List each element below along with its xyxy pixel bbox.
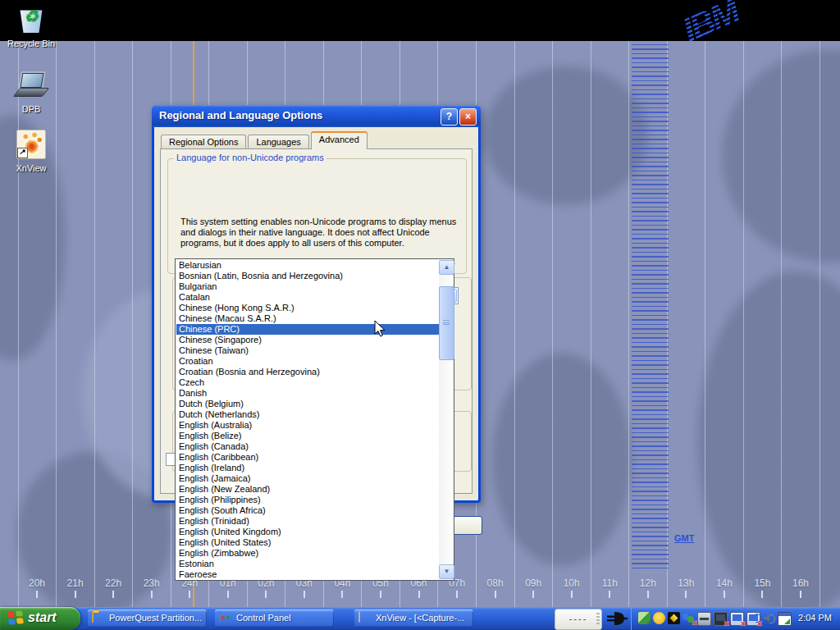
dialog-titlebar[interactable]: Regional and Language Options ? ×: [152, 105, 481, 127]
taskbar-button-xnview[interactable]: XnView - [<Capture-...: [354, 609, 473, 628]
language-option[interactable]: Dutch (Belgium): [176, 399, 440, 409]
timezone-label: 21h: [67, 578, 84, 589]
start-button[interactable]: start: [0, 607, 80, 630]
disabled-cross-badge: ×: [757, 619, 762, 628]
language-option[interactable]: English (Philippines): [176, 495, 440, 505]
timezone-label: 22h: [105, 578, 121, 589]
wallpaper-top-band: IBM: [0, 0, 840, 41]
language-option[interactable]: Chinese (Hong Kong S.A.R.): [176, 303, 440, 313]
timezone-label: 12h: [640, 578, 656, 589]
language-option[interactable]: English (New Zealand): [176, 484, 440, 495]
timezone-label: 23h: [144, 578, 160, 589]
language-option[interactable]: English (Trinidad): [176, 516, 440, 527]
timezone-tick: [685, 591, 687, 598]
tab-languages[interactable]: Languages: [248, 135, 308, 149]
list-scrollbar[interactable]: ▲ ▼: [439, 260, 453, 579]
language-option[interactable]: Croatian (Bosnia and Herzegovina): [176, 367, 440, 377]
battery-meter-deskband[interactable]: ----: [555, 609, 602, 630]
timezone-tick: [304, 591, 305, 598]
language-option[interactable]: English (United Kingdom): [176, 527, 440, 537]
timezone-tick: [75, 591, 76, 598]
language-option[interactable]: English (United States): [176, 537, 440, 548]
desktop-icon-xnview[interactable]: XnView: [0, 130, 62, 173]
audio-assistant-icon[interactable]: [653, 612, 665, 624]
dialog-title: Regional and Language Options: [159, 109, 322, 121]
language-options: BelarusianBosnian (Latin, Bosnia and Her…: [176, 260, 440, 580]
language-option[interactable]: English (Canada): [176, 441, 440, 452]
language-option[interactable]: Dutch (Netherlands): [176, 409, 440, 420]
xnview-icon: [16, 130, 46, 159]
recycle-bin-icon: ♻: [16, 5, 46, 34]
language-option[interactable]: English (Caribbean): [176, 452, 440, 463]
ibm-logo: IBM: [677, 0, 778, 41]
timezone-tick: [227, 591, 229, 598]
language-option[interactable]: Chinese (PRC): [176, 324, 440, 335]
offline-users-icon[interactable]: ×: [682, 612, 695, 624]
xnview-icon: [358, 611, 360, 623]
language-dropdown-list: BelarusianBosnian (Latin, Bosnia and Her…: [175, 258, 454, 581]
language-option[interactable]: Catalan: [176, 292, 440, 303]
language-option[interactable]: English (Ireland): [176, 463, 440, 473]
help-button[interactable]: ?: [441, 108, 458, 126]
task-button-label: XnView - [<Capture-...: [376, 613, 470, 623]
non-unicode-description: This system setting enables non-Unicode …: [180, 217, 463, 249]
language-option[interactable]: English (Zimbabwe): [176, 548, 440, 559]
language-option[interactable]: Chinese (Macau S.A.R.): [176, 313, 440, 324]
print-queue-icon[interactable]: [697, 612, 711, 626]
tab-regional-options[interactable]: Regional Options: [161, 135, 246, 149]
close-button[interactable]: ×: [459, 108, 477, 126]
language-option[interactable]: Bulgarian: [176, 281, 440, 292]
language-option[interactable]: English (Australia): [176, 420, 440, 431]
language-option[interactable]: Chinese (Taiwan): [176, 345, 440, 356]
ibm-logo-stripes: [677, 0, 778, 41]
power-meter-icon[interactable]: [668, 612, 680, 624]
laptop-base: [13, 88, 50, 97]
taskbar-button-powerquest[interactable]: PowerQuest Partition...: [88, 609, 207, 628]
timezone-label: 08h: [487, 578, 504, 589]
language-option[interactable]: Faeroese: [176, 569, 440, 580]
timezone-tick: [532, 591, 534, 598]
tray-icon-strip: ××××: [638, 612, 792, 626]
desktop-icon-recycle-bin[interactable]: ♻ Recycle Bin: [0, 5, 62, 48]
scroll-up-button[interactable]: ▲: [439, 260, 454, 275]
volume-icon[interactable]: [763, 612, 775, 624]
scroll-down-button[interactable]: ▼: [439, 564, 454, 579]
language-option[interactable]: Estonian: [176, 559, 440, 569]
timezone-tick: [36, 591, 38, 598]
timezone-tick: [341, 591, 343, 598]
language-option[interactable]: English (Jamaica): [176, 473, 440, 484]
laptop-icon: [13, 71, 49, 100]
timezone-label: 11h: [602, 578, 618, 589]
timezone-tick: [265, 591, 267, 598]
disabled-cross-badge: ×: [724, 619, 729, 628]
tab-advanced[interactable]: Advanced: [311, 131, 368, 149]
language-option[interactable]: Chinese (Singapore): [176, 335, 440, 345]
language-option[interactable]: Croatian: [176, 356, 440, 367]
cpu-speedstep-icon[interactable]: [638, 612, 651, 624]
scrollbar-thumb[interactable]: [439, 286, 454, 360]
language-option[interactable]: Belarusian: [176, 260, 440, 271]
timezone-tick: [189, 591, 190, 598]
timezone-tick: [800, 591, 801, 598]
taskbar-clock[interactable]: 2:04 PM: [798, 613, 832, 623]
taskbar-button-control-panel[interactable]: Control Panel: [215, 609, 334, 628]
network-disconnected-icon[interactable]: ×: [730, 612, 744, 626]
language-option[interactable]: English (Belize): [176, 431, 440, 441]
icon-label: DPB: [0, 104, 62, 114]
timezone-tick: [456, 591, 458, 598]
wireless-disconnected-icon[interactable]: ×: [746, 612, 760, 626]
language-option[interactable]: Danish: [176, 388, 440, 399]
display-adapter-icon[interactable]: ×: [714, 612, 728, 626]
laptop-screen: [18, 71, 45, 89]
language-option[interactable]: Bosnian (Latin, Bosnia and Herzegovina): [176, 271, 440, 281]
dialog-tabs: Regional OptionsLanguagesAdvanced: [161, 133, 369, 149]
timezone-tick: [418, 591, 420, 598]
icon-label: XnView: [0, 163, 62, 173]
language-option[interactable]: Czech: [176, 377, 440, 388]
timezone-tick: [112, 591, 114, 598]
display-settings-icon[interactable]: [778, 612, 792, 626]
desktop-icon-dpb[interactable]: DPB: [0, 71, 62, 114]
ac-power-plug-icon[interactable]: [606, 610, 628, 628]
task-button-label: PowerQuest Partition...: [109, 613, 203, 623]
language-option[interactable]: English (South Africa): [176, 505, 440, 516]
